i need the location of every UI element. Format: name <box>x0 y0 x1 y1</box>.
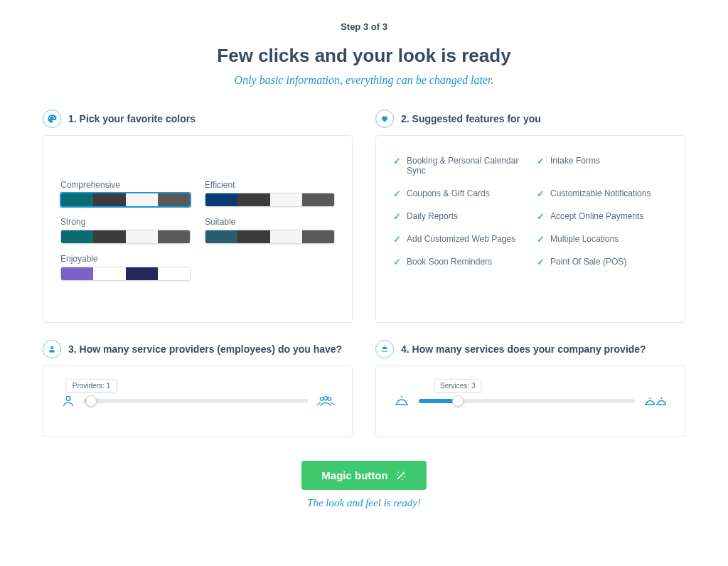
feature-item[interactable]: ✓Point Of Sale (POS) <box>537 257 668 267</box>
check-icon: ✓ <box>537 212 545 221</box>
magic-button[interactable]: Magic button <box>301 461 426 490</box>
color-swatch <box>93 230 125 243</box>
slider-thumb[interactable] <box>85 395 97 407</box>
check-icon: ✓ <box>393 189 401 198</box>
palette-option: Suitable <box>205 217 335 244</box>
person-icon <box>43 340 61 358</box>
color-swatch <box>126 230 158 243</box>
svg-point-4 <box>323 397 327 400</box>
feature-item[interactable]: ✓Intake Forms <box>537 156 668 176</box>
check-icon: ✓ <box>537 235 545 244</box>
color-swatch <box>205 230 237 243</box>
check-icon: ✓ <box>393 257 401 267</box>
palette-swatches[interactable] <box>205 193 335 207</box>
color-swatch <box>158 267 190 280</box>
section-colors: 1. Pick your favorite colors Comprehensi… <box>43 110 353 323</box>
svg-point-2 <box>320 397 323 401</box>
services-slider[interactable]: Services: 3 <box>419 399 635 403</box>
slider-track <box>419 399 635 403</box>
palette-swatches[interactable] <box>60 230 191 244</box>
feature-item[interactable]: ✓Coupons & Gift Cards <box>393 188 524 198</box>
palette-swatches[interactable] <box>205 230 335 244</box>
color-swatch <box>302 230 334 243</box>
providers-panel: Providers: 1 <box>43 365 353 437</box>
color-swatch <box>93 267 125 280</box>
feature-item[interactable]: ✓Accept Online Payments <box>537 211 668 221</box>
wand-icon <box>395 470 407 481</box>
color-swatch <box>93 193 125 206</box>
feature-label: Point Of Sale (POS) <box>550 257 626 267</box>
palette-option: Comprehensive <box>60 180 191 207</box>
section-services: 4. How many services does your company p… <box>375 340 685 437</box>
color-swatch <box>237 193 269 206</box>
person-outline-icon <box>60 393 76 409</box>
page-title: Few clicks and your look is ready <box>43 45 685 67</box>
check-icon: ✓ <box>393 156 401 166</box>
color-swatch <box>61 193 93 206</box>
palette-icon <box>43 110 61 128</box>
check-icon: ✓ <box>537 257 545 267</box>
section-title: 2. Suggested features for you <box>401 113 541 124</box>
subtitle: Only basic information, everything can b… <box>43 74 685 87</box>
feature-item[interactable]: ✓Book Soon Reminders <box>393 257 524 267</box>
color-swatch <box>158 193 190 206</box>
feature-item[interactable]: ✓Daily Reports <box>393 211 524 221</box>
dishes-icon <box>643 394 668 408</box>
check-icon: ✓ <box>393 212 401 221</box>
feature-label: Book Soon Reminders <box>407 257 492 267</box>
dish-outline-icon <box>393 394 410 408</box>
palette-option: Strong <box>60 217 191 244</box>
svg-point-0 <box>50 346 53 349</box>
feature-label: Customizable Notifications <box>550 188 651 198</box>
feature-item[interactable]: ✓Customizable Notifications <box>537 188 668 198</box>
check-icon: ✓ <box>537 156 545 166</box>
section-providers: 3. How many service providers (employees… <box>43 340 353 437</box>
feature-item[interactable]: ✓Multiple Locations <box>537 234 668 244</box>
palette-option: Efficient <box>205 180 335 207</box>
section-title: 3. How many service providers (employees… <box>68 343 342 355</box>
feature-label: Coupons & Gift Cards <box>407 188 490 198</box>
color-swatch <box>61 230 93 243</box>
palette-option: Enjoyable <box>60 254 191 281</box>
colors-panel: ComprehensiveEfficientStrongSuitableEnjo… <box>43 135 353 323</box>
feature-label: Daily Reports <box>407 211 458 221</box>
palette-swatches[interactable] <box>60 193 191 207</box>
svg-point-3 <box>328 397 331 401</box>
section-header: 4. How many services does your company p… <box>375 340 685 358</box>
color-swatch <box>205 193 237 206</box>
check-icon: ✓ <box>393 235 401 244</box>
section-title: 1. Pick your favorite colors <box>68 113 196 124</box>
dish-icon <box>375 340 394 358</box>
color-swatch <box>302 193 334 206</box>
heart-icon <box>375 110 394 128</box>
feature-label: Booking & Personal Calendar Sync <box>407 156 524 176</box>
color-swatch <box>126 267 158 280</box>
feature-label: Multiple Locations <box>550 234 619 244</box>
color-swatch <box>158 230 190 243</box>
providers-slider[interactable]: Providers: 1 <box>85 399 308 403</box>
slider-thumb[interactable] <box>452 395 464 407</box>
color-swatch <box>126 193 158 206</box>
palette-label: Enjoyable <box>60 254 191 264</box>
palette-label: Suitable <box>205 217 335 227</box>
footer: Magic button The look and feel is ready! <box>43 461 685 509</box>
color-swatch <box>61 267 93 280</box>
color-swatch <box>270 230 302 243</box>
feature-item[interactable]: ✓Add Customized Web Pages <box>393 234 524 244</box>
feature-item[interactable]: ✓Booking & Personal Calendar Sync <box>393 156 524 176</box>
section-header: 2. Suggested features for you <box>375 110 685 128</box>
section-title: 4. How many services does your company p… <box>401 343 646 355</box>
slider-tooltip: Services: 3 <box>434 379 481 393</box>
feature-label: Intake Forms <box>550 156 600 166</box>
section-header: 1. Pick your favorite colors <box>43 110 353 128</box>
palette-label: Efficient <box>205 180 335 190</box>
palette-label: Comprehensive <box>60 180 191 190</box>
color-swatch <box>270 193 302 206</box>
color-swatch <box>237 230 269 243</box>
palette-swatches[interactable] <box>60 267 191 281</box>
magic-button-label: Magic button <box>321 469 387 481</box>
footer-caption: The look and feel is ready! <box>43 497 685 509</box>
slider-track <box>85 399 308 403</box>
step-label: Step 3 of 3 <box>43 21 685 32</box>
feature-label: Accept Online Payments <box>550 211 643 221</box>
